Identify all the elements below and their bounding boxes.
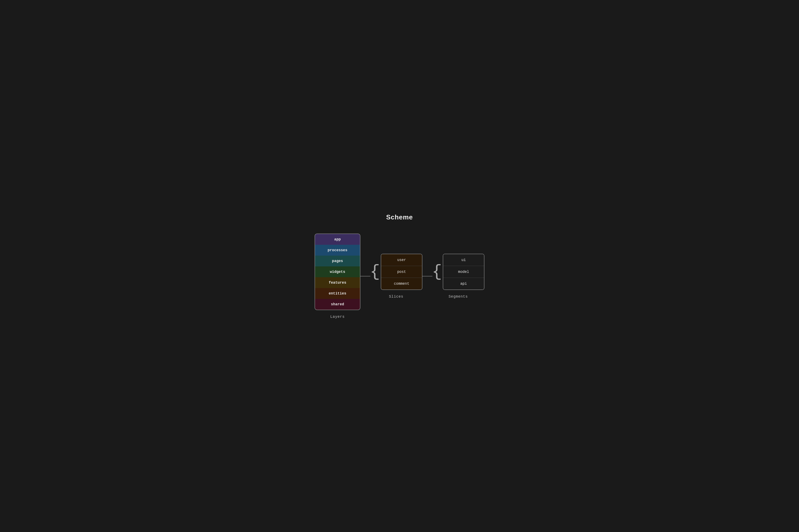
- page-title: Scheme: [386, 213, 413, 221]
- page-container: Scheme app processes pages widgets featu…: [306, 205, 493, 327]
- segments-wrapper: { ui model api: [432, 254, 484, 290]
- slices-wrapper: { user post comment: [370, 254, 422, 290]
- segment-api: api: [443, 278, 484, 289]
- segments-box: ui model api: [443, 254, 484, 290]
- layers-section: app processes pages widgets features ent…: [315, 233, 360, 319]
- layer-shared: shared: [315, 299, 360, 310]
- layers-box: app processes pages widgets features ent…: [315, 233, 360, 310]
- slice-comment: comment: [381, 278, 422, 289]
- connector-layers-slices: [360, 276, 370, 277]
- slice-user: user: [381, 254, 422, 266]
- segment-ui: ui: [443, 254, 484, 266]
- slices-bracket-open: {: [370, 264, 380, 280]
- slice-post: post: [381, 266, 422, 278]
- segments-section: { ui model api Segments: [432, 254, 484, 299]
- layers-label: Layers: [330, 315, 345, 319]
- layer-features: features: [315, 277, 360, 288]
- slices-box: user post comment: [381, 254, 422, 290]
- layer-processes: processes: [315, 245, 360, 255]
- segments-bracket-open: {: [432, 264, 442, 280]
- layer-widgets: widgets: [315, 266, 360, 277]
- diagram-area: app processes pages widgets features ent…: [310, 233, 489, 319]
- layer-pages: pages: [315, 255, 360, 266]
- layer-app: app: [315, 234, 360, 245]
- segment-model: model: [443, 266, 484, 278]
- segments-label: Segments: [449, 294, 468, 299]
- slices-label: Slices: [389, 294, 403, 299]
- connector-slices-segments: [422, 276, 432, 277]
- slices-section: { user post comment Slices: [370, 254, 422, 299]
- layer-entities: entities: [315, 288, 360, 299]
